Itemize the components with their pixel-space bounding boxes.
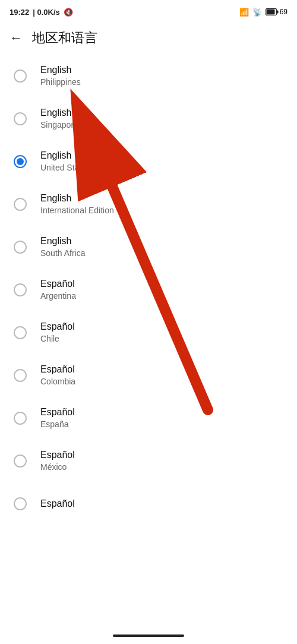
item-text: EspañolChile bbox=[40, 321, 75, 345]
radio-unselected bbox=[14, 241, 27, 254]
region-name: International Edition bbox=[40, 205, 114, 217]
item-text: EnglishSingapore bbox=[40, 107, 78, 131]
language-name: Español bbox=[40, 321, 75, 333]
list-item[interactable]: EnglishInternational Edition bbox=[0, 183, 297, 226]
radio-unselected bbox=[14, 70, 27, 83]
radio-unselected bbox=[14, 369, 27, 382]
bottom-indicator bbox=[113, 634, 184, 637]
back-button[interactable]: ← bbox=[10, 31, 23, 45]
radio-inner-dot bbox=[17, 158, 24, 165]
radio-unselected bbox=[14, 497, 27, 510]
svg-rect-2 bbox=[277, 11, 279, 14]
radio-button[interactable] bbox=[10, 236, 31, 258]
radio-button[interactable] bbox=[10, 108, 31, 130]
status-left: 19:22 | 0.0K/s 🔇 bbox=[10, 8, 73, 17]
radio-unselected bbox=[14, 454, 27, 468]
list-item[interactable]: EnglishSingapore bbox=[0, 97, 297, 140]
radio-button[interactable] bbox=[10, 365, 31, 386]
item-text: EnglishUnited States bbox=[40, 150, 90, 173]
radio-selected bbox=[14, 155, 27, 168]
language-name: English bbox=[40, 235, 86, 248]
language-name: Español bbox=[40, 449, 75, 462]
item-text: EspañolArgentina bbox=[40, 278, 76, 302]
list-item[interactable]: EspañolChile bbox=[0, 311, 297, 354]
radio-button[interactable] bbox=[10, 408, 31, 429]
list-item[interactable]: EspañolColombia bbox=[0, 354, 297, 397]
toolbar: ← 地区和语言 bbox=[0, 21, 297, 55]
list-item[interactable]: EnglishPhilippines bbox=[0, 55, 297, 97]
radio-button[interactable] bbox=[10, 194, 31, 215]
list-item[interactable]: EnglishSouth Africa bbox=[0, 226, 297, 269]
item-text: EnglishPhilippines bbox=[40, 64, 81, 88]
radio-unselected bbox=[14, 198, 27, 211]
radio-button[interactable] bbox=[10, 65, 31, 87]
time-display: 19:22 bbox=[10, 8, 29, 17]
item-text: EnglishSouth Africa bbox=[40, 235, 86, 259]
list-item[interactable]: EspañolMéxico bbox=[0, 440, 297, 482]
language-name: Español bbox=[40, 498, 75, 510]
region-name: United States bbox=[40, 162, 90, 174]
language-name: Español bbox=[40, 364, 75, 376]
item-text: EspañolColombia bbox=[40, 364, 75, 387]
status-right: 📶 📡 69 bbox=[239, 8, 287, 17]
item-text: Español bbox=[40, 498, 75, 510]
language-name: English bbox=[40, 150, 90, 162]
status-bar: 19:22 | 0.0K/s 🔇 📶 📡 69 bbox=[0, 0, 297, 21]
battery-icon: 69 bbox=[266, 8, 287, 16]
mute-icon: 🔇 bbox=[64, 8, 73, 17]
item-text: EspañolEspaña bbox=[40, 406, 75, 430]
radio-button[interactable] bbox=[10, 450, 31, 472]
radio-unselected bbox=[14, 326, 27, 339]
radio-button[interactable] bbox=[10, 322, 31, 343]
radio-unselected bbox=[14, 283, 27, 296]
region-name: España bbox=[40, 419, 75, 431]
language-name: English bbox=[40, 107, 78, 119]
region-name: Argentina bbox=[40, 291, 76, 302]
radio-unselected bbox=[14, 112, 27, 125]
item-text: EnglishInternational Edition bbox=[40, 192, 114, 216]
language-name: English bbox=[40, 192, 114, 205]
list-item[interactable]: EspañolEspaña bbox=[0, 397, 297, 440]
region-name: Philippines bbox=[40, 77, 81, 89]
battery-level: 69 bbox=[280, 8, 287, 16]
list-item[interactable]: EnglishUnited States bbox=[0, 140, 297, 183]
region-name: Singapore bbox=[40, 119, 78, 131]
list-item[interactable]: Español bbox=[0, 482, 297, 525]
language-name: Español bbox=[40, 406, 75, 419]
page-title: 地区和语言 bbox=[32, 29, 97, 47]
region-name: Chile bbox=[40, 333, 75, 345]
list-item[interactable]: EspañolArgentina bbox=[0, 269, 297, 311]
svg-rect-1 bbox=[266, 10, 274, 15]
language-name: English bbox=[40, 64, 81, 77]
wifi-icon: 📡 bbox=[252, 8, 262, 17]
item-text: EspañolMéxico bbox=[40, 449, 75, 473]
region-name: South Africa bbox=[40, 248, 86, 260]
radio-unselected bbox=[14, 412, 27, 425]
bottom-bar bbox=[0, 630, 297, 644]
language-name: Español bbox=[40, 278, 76, 291]
radio-button[interactable] bbox=[10, 151, 31, 172]
network-speed: | 0.0K/s bbox=[33, 8, 60, 17]
signal-icon: 📶 bbox=[239, 8, 249, 17]
region-name: Colombia bbox=[40, 376, 75, 388]
language-list: EnglishPhilippinesEnglishSingaporeEnglis… bbox=[0, 55, 297, 525]
radio-button[interactable] bbox=[10, 493, 31, 514]
radio-button[interactable] bbox=[10, 279, 31, 301]
region-name: México bbox=[40, 462, 75, 473]
